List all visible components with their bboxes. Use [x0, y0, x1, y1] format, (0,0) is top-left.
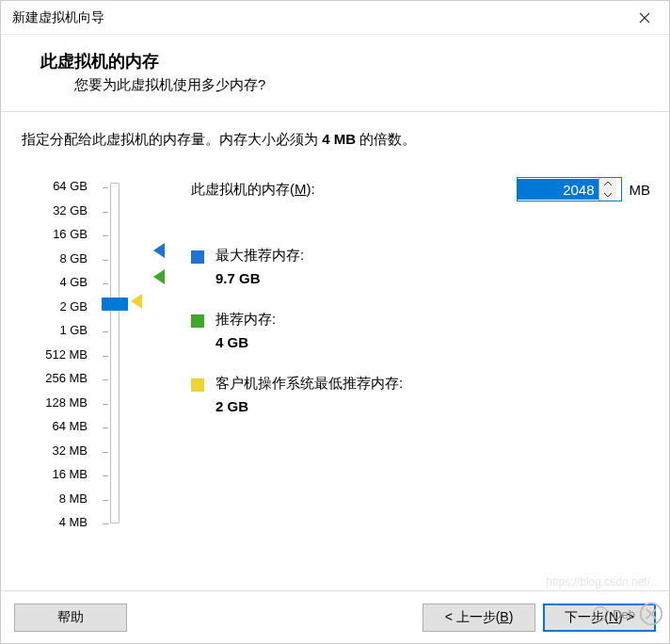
memory-spin-down[interactable] [599, 189, 616, 201]
slider-tick-label: 16 MB [22, 467, 88, 481]
chevron-down-icon [604, 192, 612, 198]
svg-point-0 [594, 607, 608, 621]
window-title: 新建虚拟机向导 [12, 9, 104, 26]
help-button[interactable]: 帮助 [14, 604, 127, 632]
rec-label: 推荐内存: [215, 311, 276, 329]
wechat-icon [592, 605, 609, 622]
min-rec-label: 客户机操作系统最低推荐内存: [215, 375, 403, 393]
slider-tick-label: 128 MB [22, 395, 88, 410]
slider-tick-label: 32 MB [22, 443, 88, 458]
slider-tick-label: 64 GB [22, 179, 88, 193]
min-rec-icon [191, 378, 204, 392]
chevron-up-icon [604, 181, 612, 186]
slider-tick-label: 256 MB [22, 371, 88, 385]
wizard-header: 此虚拟机的内存 您要为此虚拟机使用多少内存? [1, 35, 669, 112]
slider-tick-mark [103, 379, 108, 380]
slider-tick-mark [103, 475, 108, 476]
slider-track[interactable] [110, 183, 120, 523]
min-rec-value: 2 GB [215, 398, 650, 414]
slider-tick-mark [103, 404, 108, 405]
memory-label: 此虚拟机的内存(M): [191, 181, 315, 199]
slider-tick-mark [103, 356, 108, 357]
footer: 帮助 < 上一步(B) 下一步(N) > Deb [1, 590, 669, 643]
slider-tick-label: 64 MB [22, 419, 88, 433]
rec-value: 4 GB [215, 334, 650, 350]
slider-tick-label: 8 GB [22, 251, 88, 266]
brand-icon [639, 602, 663, 626]
page-subtitle: 您要为此虚拟机使用多少内存? [12, 76, 658, 94]
memory-unit: MB [630, 182, 651, 198]
slider-tick-label: 32 GB [22, 203, 88, 217]
instruction-text: 指定分配给此虚拟机的内存量。内存大小必须为 4 MB 的倍数。 [22, 131, 650, 149]
slider-tick-label: 1 GB [22, 323, 88, 337]
memory-input[interactable] [518, 179, 598, 200]
back-button[interactable]: < 上一步(B) [423, 604, 535, 632]
slider-tick-mark [103, 500, 108, 501]
max-rec-label: 最大推荐内存: [215, 247, 304, 265]
page-title: 此虚拟机的内存 [12, 50, 658, 72]
slider-tick-mark [103, 187, 108, 188]
slider-tick-label: 512 MB [22, 347, 88, 362]
rec-icon [191, 314, 204, 328]
memory-slider[interactable]: 64 GB32 GB16 GB8 GB4 GB2 GB1 GB512 MB256… [22, 177, 153, 439]
slider-tick-mark [103, 260, 108, 261]
slider-tick-mark [103, 283, 108, 284]
slider-tick-mark [103, 235, 108, 236]
watermark: Deb [592, 602, 663, 626]
memory-input-wrapper [517, 177, 622, 201]
max-rec-icon [191, 250, 204, 264]
slider-tick-label: 8 MB [22, 491, 88, 506]
watermark-faint: https://blog.csdn.net/... [546, 575, 660, 588]
close-button[interactable] [626, 5, 663, 31]
max-rec-value: 9.7 GB [215, 270, 650, 286]
slider-tick-label: 4 GB [22, 275, 88, 289]
slider-tick-mark [103, 212, 108, 213]
min-marker-icon [131, 294, 142, 309]
svg-point-2 [602, 612, 604, 614]
titlebar: 新建虚拟机向导 [1, 1, 669, 35]
slider-tick-label: 2 GB [22, 299, 88, 314]
slider-thumb[interactable] [102, 298, 128, 311]
slider-tick-mark [103, 452, 108, 453]
slider-tick-label: 4 MB [22, 515, 88, 529]
slider-tick-label: 16 GB [22, 227, 88, 241]
slider-tick-mark [103, 523, 108, 524]
close-icon [639, 12, 650, 24]
memory-spin-up[interactable] [599, 178, 616, 189]
svg-point-1 [598, 612, 599, 614]
slider-tick-mark [103, 331, 108, 332]
content-area: 指定分配给此虚拟机的内存量。内存大小必须为 4 MB 的倍数。 64 GB32 … [1, 112, 669, 448]
slider-tick-mark [103, 427, 108, 428]
